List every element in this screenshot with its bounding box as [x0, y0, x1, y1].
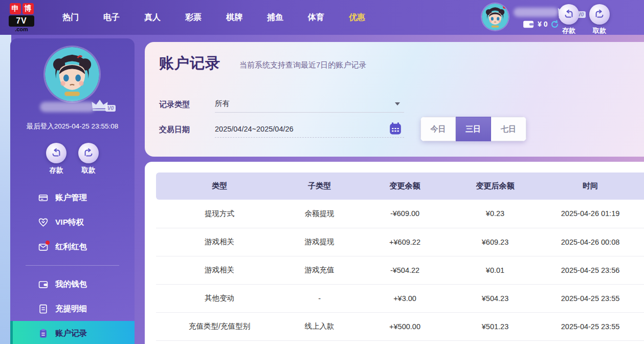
date-range-input[interactable]: 2025/04/24~2025/04/26	[215, 120, 404, 138]
range-button-7days[interactable]: 七日	[491, 117, 526, 141]
nav-item-sports[interactable]: 体育	[296, 0, 337, 35]
page-background-strip	[0, 35, 11, 344]
cell-time: 2025-04-26 00:08	[537, 228, 644, 256]
card-icon	[38, 193, 48, 203]
avatar-image	[45, 47, 99, 101]
menu-label: 账户管理	[55, 192, 87, 203]
username-blurred	[514, 8, 559, 17]
header-change: 变更余额	[356, 173, 454, 200]
cell-type: 游戏相关	[156, 228, 283, 256]
range-button-3days[interactable]: 三日	[456, 117, 491, 141]
sidebar-withdraw-button[interactable]: 取款	[74, 143, 103, 175]
menu-item-account-records[interactable]: 账户记录	[10, 321, 135, 344]
withdraw-icon	[78, 143, 99, 163]
chevron-down-icon	[395, 102, 400, 105]
header-time: 时间	[537, 173, 644, 200]
date-range-quick-buttons: 今日 三日 七日	[420, 117, 526, 141]
cell-change: -¥504.22	[356, 256, 454, 284]
header-subtype: 子类型	[283, 173, 356, 200]
notification-dot	[503, 5, 507, 9]
table-row: 游戏相关 游戏提现 +¥609.22 ¥609.23 2025-04-26 00…	[156, 228, 644, 256]
nav-item-hot[interactable]: 热门	[50, 0, 91, 35]
header-type: 类型	[156, 173, 283, 200]
calendar-icon[interactable]	[389, 122, 402, 135]
cell-subtype: 线上入款	[283, 312, 356, 340]
table-row: 其他变动 - +¥3.00 ¥504.23 2025-04-25 23:55	[156, 284, 644, 312]
sidebar-avatar[interactable]	[45, 47, 99, 101]
site-logo[interactable]: 申 博 7V .com	[7, 3, 36, 32]
record-type-select[interactable]: 所有	[215, 95, 404, 113]
cell-after: ¥0.01	[454, 256, 537, 284]
menu-label: 我的钱包	[55, 279, 87, 290]
cell-after: ¥504.23	[454, 284, 537, 312]
vip-level-badge: V0	[105, 105, 116, 112]
logo-char-shen: 申	[10, 3, 21, 14]
logo-char-bo: 博	[23, 3, 34, 14]
nav-item-cards[interactable]: 棋牌	[214, 0, 255, 35]
withdraw-icon	[589, 4, 610, 25]
header-after: 变更后余额	[454, 173, 537, 200]
cell-subtype: 余额提现	[283, 200, 356, 228]
cell-time: 2025-04-26 01:19	[537, 200, 644, 228]
deposit-icon	[46, 143, 66, 163]
nav-item-fishing[interactable]: 捕鱼	[255, 0, 296, 35]
menu-divider	[26, 265, 119, 266]
document-icon	[38, 304, 48, 314]
menu-label: VIP特权	[55, 217, 84, 228]
table-row: 充值类型/充值型别 线上入款 +¥500.00 ¥501.23 2025-04-…	[156, 312, 644, 340]
user-avatar[interactable]	[482, 4, 508, 30]
menu-item-account-management[interactable]: 账户管理	[10, 185, 135, 210]
topnav-withdraw-button[interactable]: 取款	[585, 4, 614, 35]
cell-change: +¥3.00	[356, 284, 454, 312]
menu-item-vip-privileges[interactable]: VIP特权	[10, 210, 135, 234]
cell-time: 2025-04-25 23:56	[537, 256, 644, 284]
page-title: 账户记录	[159, 53, 220, 74]
table-row: 提现方式 余额提现 -¥609.00 ¥0.23 2025-04-26 01:1…	[156, 200, 644, 228]
main-nav: 热门 电子 真人 彩票 棋牌 捕鱼 体育 优惠	[50, 0, 377, 35]
deposit-icon	[559, 4, 579, 25]
cell-change: -¥609.00	[356, 200, 454, 228]
last-login-text: 最后登入2025-04-25 23:55:08	[10, 122, 135, 131]
nav-item-promos[interactable]: 优惠	[337, 0, 377, 35]
date-range-value: 2025/04/24~2025/04/26	[215, 125, 294, 133]
cell-after: ¥501.23	[454, 312, 537, 340]
top-navigation-bar: 申 博 7V .com 热门 电子 真人 彩票 棋牌 捕鱼 体育 优惠	[0, 0, 644, 35]
menu-item-my-wallet[interactable]: 我的钱包	[10, 272, 135, 296]
cell-type: 游戏相关	[156, 256, 283, 284]
wallet-icon	[38, 280, 48, 289]
transaction-date-label: 交易日期	[159, 125, 190, 135]
username-blurred	[40, 102, 95, 112]
record-type-label: 记录类型	[159, 100, 190, 110]
notification-dot	[46, 241, 50, 245]
nav-item-live[interactable]: 真人	[132, 0, 173, 35]
cell-time: 2025-04-25 23:55	[537, 312, 644, 340]
menu-item-bonus-redpacket[interactable]: 红利红包	[10, 234, 135, 259]
logo-7v: 7V	[9, 15, 34, 27]
cell-change: +¥500.00	[356, 312, 454, 340]
logo-red-blocks: 申 博	[10, 3, 34, 14]
logo-com: .com	[15, 27, 28, 32]
record-type-value: 所有	[215, 99, 230, 109]
cell-time: 2025-04-25 23:55	[537, 284, 644, 312]
vip-heart-icon	[38, 218, 48, 227]
account-sidebar: V0 最后登入2025-04-25 23:55:08 存款 取款 账户管理	[10, 38, 135, 344]
cell-after: ¥0.23	[454, 200, 537, 228]
range-button-today[interactable]: 今日	[420, 117, 456, 141]
account-records-table-panel: 类型 子类型 变更余额 变更后余额 时间 提现方式 余额提现 -¥609.00 …	[145, 162, 644, 344]
cell-subtype: -	[283, 284, 356, 312]
wallet-balance-row: ¥ 0	[522, 19, 559, 29]
nav-item-lottery[interactable]: 彩票	[173, 0, 214, 35]
table-row: 游戏相关 游戏充值 -¥504.22 ¥0.01 2025-04-25 23:5…	[156, 256, 644, 284]
menu-item-deposit-withdraw-details[interactable]: 充提明细	[10, 296, 135, 321]
withdraw-label: 取款	[82, 166, 96, 175]
cell-subtype: 游戏提现	[283, 228, 356, 256]
sidebar-menu: 账户管理 VIP特权 红利红包 我的钱包 充提	[10, 185, 135, 344]
menu-label: 红利红包	[55, 242, 87, 252]
topnav-deposit-button[interactable]: 存款	[554, 4, 583, 35]
page-subtitle: 当前系统支持查询最近7日的账户记录	[239, 60, 366, 70]
deposit-label: 存款	[562, 26, 575, 35]
nav-item-slots[interactable]: 电子	[91, 0, 132, 35]
sidebar-deposit-button[interactable]: 存款	[42, 143, 71, 175]
cell-type: 其他变动	[156, 284, 283, 312]
menu-label: 账户记录	[55, 328, 87, 339]
